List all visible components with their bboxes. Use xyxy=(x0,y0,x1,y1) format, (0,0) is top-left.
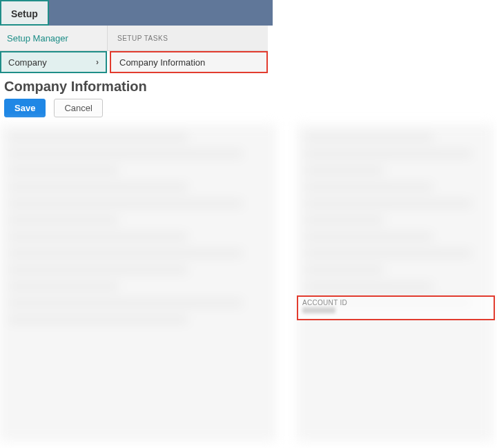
save-button[interactable]: Save xyxy=(4,99,46,117)
account-id-value-blurred xyxy=(302,307,335,313)
cancel-button[interactable]: Cancel xyxy=(54,99,102,117)
top-navigation-bar: Setup xyxy=(0,0,497,26)
setup-tasks-heading: SETUP TASKS xyxy=(107,26,268,50)
menu-header-row: Setup Manager SETUP TASKS xyxy=(0,26,268,51)
account-id-field: ACCOUNT ID xyxy=(297,295,495,320)
company-menu-label: Company xyxy=(8,57,47,68)
setup-tab[interactable]: Setup xyxy=(0,0,49,26)
company-information-menu-item[interactable]: Company Information xyxy=(110,51,268,73)
form-content-area: ACCOUNT ID xyxy=(0,124,497,448)
company-menu-item[interactable]: Company › xyxy=(0,51,107,73)
company-information-menu-label: Company Information xyxy=(119,57,205,68)
menu-item-row: Company › Company Information xyxy=(0,51,268,73)
chevron-right-icon: › xyxy=(96,57,99,67)
setup-tab-label: Setup xyxy=(11,8,38,19)
topbar-cap xyxy=(273,0,497,26)
setup-manager-label: Setup Manager xyxy=(7,33,68,43)
setup-tasks-heading-text: SETUP TASKS xyxy=(117,35,168,42)
page-title: Company Information xyxy=(4,79,497,95)
action-button-row: Save Cancel xyxy=(0,99,497,117)
blurred-form-right xyxy=(297,124,494,442)
blurred-form-left xyxy=(0,124,276,442)
setup-manager-link[interactable]: Setup Manager xyxy=(0,26,107,50)
account-id-label: ACCOUNT ID xyxy=(302,299,489,306)
topbar-background xyxy=(49,0,273,26)
